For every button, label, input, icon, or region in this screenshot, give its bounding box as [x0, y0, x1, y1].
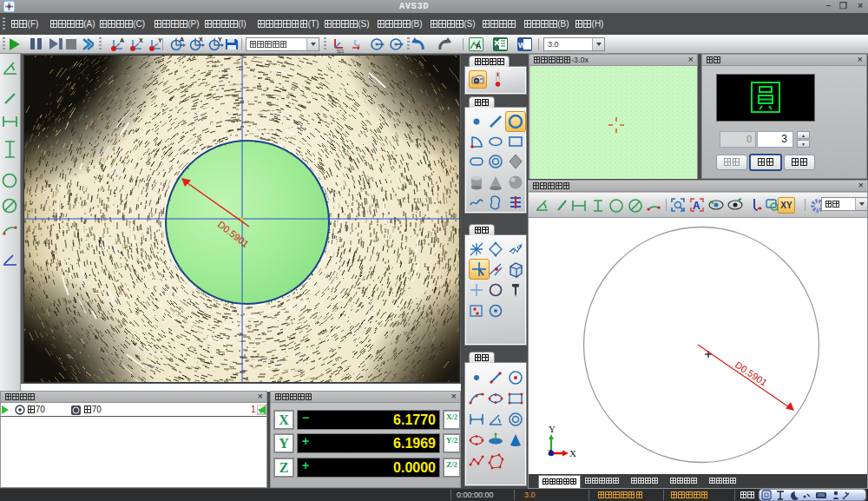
svg-text:A: A	[476, 42, 482, 50]
svg-text:A: A	[693, 200, 700, 212]
svg-text:A: A	[120, 37, 124, 43]
svg-text:X: X	[199, 36, 203, 43]
svg-text:W: W	[518, 41, 526, 49]
svg-text:Z: Z	[548, 448, 553, 457]
svg-text:X: X	[569, 448, 576, 458]
svg-text:D0.5901: D0.5901	[733, 359, 769, 388]
svg-text:X: X	[139, 37, 143, 43]
svg-text:A: A	[180, 36, 184, 43]
svg-text:Y: Y	[549, 424, 556, 434]
svg-text:Y: Y	[218, 36, 222, 43]
